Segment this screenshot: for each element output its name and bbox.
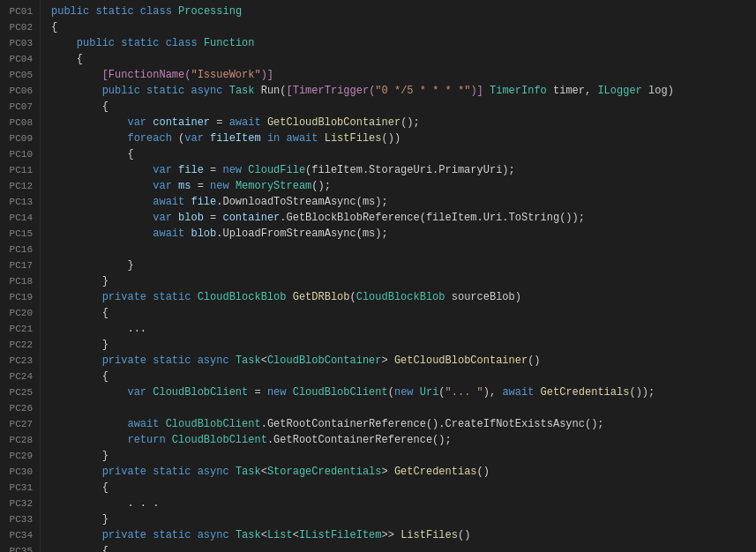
line-numbers: PC01PC02PC03PC04PC05PC06PC07PC08PC09PC10… [0,0,41,552]
line-number: PC09 [4,131,33,146]
line-number: PC13 [4,194,33,210]
code-content: public static class Processing{ public s… [41,0,756,552]
line-number: PC24 [4,369,33,384]
code-line: ... [51,321,756,337]
line-number: PC05 [4,67,33,83]
line-number: PC29 [4,448,33,464]
code-line: var ms = new MemoryStream(); [51,178,756,194]
line-number: PC31 [4,480,33,496]
code-line: } [51,448,756,464]
code-line: } [51,511,756,527]
line-number: PC14 [4,210,33,226]
code-line: private static async Task<StorageCredent… [51,464,756,480]
code-line: foreach (var fileItem in await ListFiles… [51,131,756,146]
line-number: PC08 [4,115,33,131]
code-line: public static class Processing [51,4,756,19]
code-line: private static async Task<List<IListFile… [51,527,756,543]
code-line: var container = await GetCloudBlobContai… [51,115,756,131]
code-line [51,400,756,416]
code-line: var file = new CloudFile(fileItem.Storag… [51,162,756,178]
line-number: PC34 [4,527,33,543]
line-number: PC03 [4,35,33,51]
code-line: } [51,257,756,273]
line-number: PC32 [4,496,33,511]
line-number: PC12 [4,178,33,194]
line-number: PC17 [4,257,33,273]
line-number: PC30 [4,464,33,480]
code-line: { [51,19,756,35]
code-line: public static class Function [51,35,756,51]
line-number: PC25 [4,384,33,400]
line-number: PC11 [4,162,33,178]
line-number: PC10 [4,146,33,162]
line-number: PC18 [4,273,33,289]
line-number: PC35 [4,543,33,552]
code-line: { [51,305,756,321]
line-number: PC04 [4,51,33,67]
code-line: await blob.UploadFromStreamAsync(ms); [51,226,756,242]
line-number: PC02 [4,19,33,35]
line-number: PC26 [4,400,33,416]
line-number: PC22 [4,337,33,353]
line-number: PC20 [4,305,33,321]
code-line: . . . [51,496,756,511]
code-line: private static async Task<CloudBlobConta… [51,353,756,369]
line-number: PC06 [4,83,33,99]
code-line: await CloudBlobClient.GetRootContainerRe… [51,416,756,432]
line-number: PC01 [4,4,33,19]
line-number: PC15 [4,226,33,242]
code-line: { [51,99,756,115]
line-number: PC28 [4,432,33,448]
code-line: } [51,337,756,353]
code-line: { [51,543,756,552]
code-line: { [51,480,756,496]
line-number: PC33 [4,511,33,527]
code-editor: PC01PC02PC03PC04PC05PC06PC07PC08PC09PC10… [0,0,756,552]
code-line: { [51,369,756,384]
line-number: PC07 [4,99,33,115]
code-line [51,242,756,257]
code-line: private static CloudBlockBlob GetDRBlob(… [51,289,756,305]
code-line: var blob = container.GetBlockBlobReferen… [51,210,756,226]
code-line: { [51,146,756,162]
code-line: { [51,51,756,67]
code-line: var CloudBlobClient = new CloudBlobClien… [51,384,756,400]
line-number: PC27 [4,416,33,432]
line-number: PC16 [4,242,33,257]
line-number: PC21 [4,321,33,337]
code-line: public static async Task Run([TimerTrigg… [51,83,756,99]
line-number: PC23 [4,353,33,369]
code-line: [FunctionName("IssueWork")] [51,67,756,83]
code-line: return CloudBlobClient.GetRootContainerR… [51,432,756,448]
line-number: PC19 [4,289,33,305]
code-line: } [51,273,756,289]
code-line: await file.DownloadToStreamAsync(ms); [51,194,756,210]
